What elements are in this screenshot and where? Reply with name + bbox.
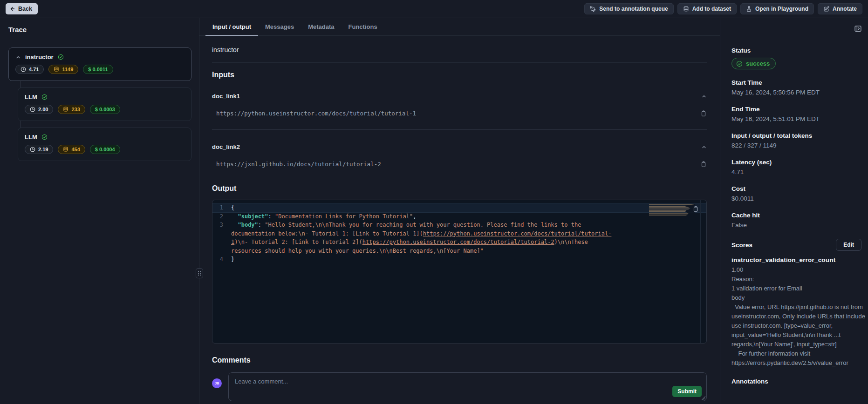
edit-scores-button[interactable]: Edit — [836, 239, 861, 251]
tokens-badge: 454 — [58, 145, 85, 154]
panel-field-value: 822 / 327 / 1149 — [731, 142, 865, 149]
panel-field-label: Cache hit — [731, 212, 865, 219]
panel-field: Input / output / total tokens822 / 327 /… — [731, 132, 865, 149]
submit-comment-button[interactable]: Submit — [672, 386, 702, 397]
panel-field: Start TimeMay 16, 2024, 5:50:56 PM EDT — [731, 79, 865, 96]
code-lines: 1{2 "subject": "Documentation Links for … — [212, 203, 706, 264]
pen-icon — [590, 6, 596, 12]
collapse-field-button[interactable] — [701, 144, 707, 150]
latency-badge: 2.19 — [25, 145, 53, 154]
panel-field: End TimeMay 16, 2024, 5:51:01 PM EDT — [731, 106, 865, 122]
trace-node-name: LLM — [25, 134, 37, 141]
input-field-value: https://python.useinstructor.com/docs/tu… — [212, 110, 416, 117]
status-label: Status — [731, 47, 865, 54]
panel-field-value: $0.0011 — [731, 195, 865, 202]
panel-field-label: Latency (sec) — [731, 159, 865, 166]
panel-right-icon — [854, 25, 862, 33]
tokens-icon — [63, 107, 68, 112]
output-heading: Output — [212, 184, 707, 193]
trace-tree: instructor4.711149$ 0.0011LLM2.00233$ 0.… — [8, 47, 191, 161]
button-label: Open in Playground — [755, 6, 808, 12]
chevron-up-icon — [701, 94, 707, 99]
panel-field-label: Cost — [731, 185, 865, 192]
cost-badge: $ 0.0004 — [90, 145, 120, 154]
flask-icon — [746, 6, 752, 12]
panel-field-label: End Time — [731, 106, 865, 113]
open-in-playground-button[interactable]: Open in Playground — [740, 3, 814, 14]
score-detail-line: 1.00 — [731, 265, 865, 275]
details-panel: Status success Start TimeMay 16, 2024, 5… — [720, 18, 868, 404]
tab-messages[interactable]: Messages — [258, 18, 301, 36]
latency-value: 4.71 — [29, 67, 39, 72]
tab-functions[interactable]: Functions — [342, 18, 384, 36]
io-content: instructor Inputs doc_link1https://pytho… — [199, 36, 720, 404]
database-icon — [683, 6, 689, 12]
input-field-label: doc_link2 — [212, 143, 240, 150]
input-field-value: https://jxnl.github.io/docs/tutorial/tut… — [212, 161, 381, 168]
cost-value: $ 0.0004 — [95, 147, 115, 152]
tab-input-output[interactable]: Input / output — [205, 18, 258, 36]
check-circle-icon — [41, 94, 48, 100]
code-line: 1{ — [212, 203, 706, 212]
trace-node-badges: 4.711149$ 0.0011 — [15, 65, 185, 74]
code-line: 2 "subject": "Documentation Links for Py… — [212, 212, 706, 221]
score-name: instructor_validation_error_count — [731, 256, 865, 263]
back-button[interactable]: Back — [6, 3, 38, 14]
trace-node-name: LLM — [25, 94, 37, 101]
latency-value: 2.00 — [38, 107, 48, 112]
tokens-value: 233 — [71, 107, 80, 112]
input-field-value-row: https://python.useinstructor.com/docs/tu… — [212, 110, 707, 117]
panel-field-value: May 16, 2024, 5:50:56 PM EDT — [731, 89, 865, 96]
copy-output-button[interactable] — [692, 206, 699, 212]
comment-input[interactable] — [229, 373, 706, 401]
code-text: "body": "Hello Student,\n\nThank you for… — [231, 221, 619, 255]
copy-field-button[interactable] — [700, 161, 707, 168]
trace-node-llm-1[interactable]: LLM2.00233$ 0.0003 — [18, 88, 191, 121]
line-number: 4 — [212, 255, 231, 264]
inputs-heading: Inputs — [212, 71, 707, 79]
panel-resize-handle[interactable] — [196, 268, 203, 278]
arrow-left-icon — [10, 6, 15, 12]
tokens-icon — [54, 67, 59, 72]
collapse-field-button[interactable] — [701, 94, 707, 99]
inputs-list: doc_link1https://python.useinstructor.co… — [212, 93, 707, 168]
score-detail-line: Value error, URL https://jxnl.github.io … — [731, 303, 865, 349]
trace-sidebar: Trace instructor4.711149$ 0.0011LLM2.002… — [0, 18, 199, 404]
trace-node-name: instructor — [25, 54, 54, 61]
divider — [212, 62, 707, 63]
output-code-editor[interactable]: 1{2 "subject": "Documentation Links for … — [212, 200, 707, 343]
chevron-up-icon — [701, 144, 707, 150]
panel-field-value: 4.71 — [731, 168, 865, 175]
code-line: 3 "body": "Hello Student,\n\nThank you f… — [212, 221, 706, 255]
cost-value: $ 0.0003 — [95, 107, 115, 112]
add-to-dataset-button[interactable]: Add to dataset — [677, 3, 737, 14]
trace-node-llm-2[interactable]: LLM2.19454$ 0.0004 — [18, 128, 191, 161]
editor-minimap[interactable] — [649, 204, 694, 217]
trace-node-header: instructor — [15, 54, 185, 61]
annotate-button[interactable]: Annotate — [818, 3, 862, 14]
check-circle-icon — [41, 134, 48, 140]
panel-field-value: False — [731, 222, 865, 229]
clock-icon — [30, 147, 35, 152]
panel-field-value: May 16, 2024, 5:51:01 PM EDT — [731, 115, 865, 122]
comment-box: Submit — [228, 372, 707, 401]
cost-value: $ 0.0011 — [88, 67, 108, 72]
send-to-annotation-queue-button[interactable]: Send to annotation queue — [584, 3, 673, 14]
line-number: 2 — [212, 212, 231, 221]
code-line: 4} — [212, 255, 706, 264]
trace-node-instructor-0[interactable]: instructor4.711149$ 0.0011 — [8, 47, 191, 81]
tab-metadata[interactable]: Metadata — [301, 18, 341, 36]
line-number: 1 — [212, 203, 231, 212]
editor-overview-ruler — [700, 200, 701, 343]
trace-node-badges: 2.19454$ 0.0004 — [25, 145, 185, 154]
chevron-up-icon[interactable] — [15, 54, 21, 60]
score-details: 1.00Reason:1 validation error for Emailb… — [731, 265, 865, 368]
copy-field-button[interactable] — [700, 110, 707, 117]
tab-bar: Input / outputMessagesMetadataFunctions — [199, 18, 720, 36]
annotate-icon — [823, 6, 829, 12]
observation-name: instructor — [212, 46, 707, 54]
collapse-panel-button[interactable] — [854, 25, 862, 33]
observation-main-panel: Input / outputMessagesMetadataFunctions … — [199, 18, 720, 404]
check-circle-icon — [58, 54, 64, 60]
status-value: success — [746, 60, 770, 67]
